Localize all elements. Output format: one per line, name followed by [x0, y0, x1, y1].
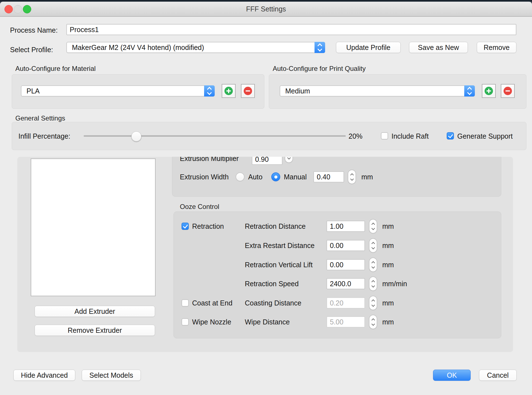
ooze-row: Retraction Speed mm/min — [174, 278, 501, 289]
wipe-distance-input[interactable] — [327, 316, 365, 327]
retraction-checkbox[interactable] — [182, 223, 189, 230]
generate-support-label: Generate Support — [457, 132, 513, 140]
unit-label: mm — [382, 316, 394, 327]
extrusion-width-manual-radio[interactable] — [271, 172, 280, 181]
generate-support-checkbox[interactable] — [447, 132, 454, 139]
ooze-row: Retraction Retraction Distance mm — [174, 221, 501, 232]
general-section-label: General Settings — [15, 114, 65, 122]
retraction-speed-input[interactable] — [327, 278, 365, 289]
add-extruder-button[interactable]: Add Extruder — [35, 306, 155, 317]
unit-label: mm — [382, 221, 394, 232]
include-raft-label: Include Raft — [391, 132, 429, 140]
material-add-button[interactable] — [222, 84, 236, 98]
include-raft-checkbox[interactable] — [381, 132, 388, 139]
select-profile-label: Select Profile: — [10, 44, 53, 55]
infill-value: 20% — [349, 132, 362, 140]
coast-at-end-checkbox[interactable] — [182, 299, 189, 307]
retraction-label: Retraction — [192, 221, 224, 232]
unit-label: mm — [382, 240, 394, 251]
combobox-arrows-icon — [315, 42, 325, 53]
update-profile-button[interactable]: Update Profile — [336, 42, 401, 53]
quality-combobox[interactable]: Medium — [280, 85, 475, 97]
param-label: Retraction Distance — [245, 221, 306, 232]
ooze-row: Wipe Nozzle Wipe Distance mm — [174, 316, 501, 327]
extrusion-multiplier-stepper[interactable] — [285, 157, 293, 163]
settings-scroll-area[interactable]: Add Extruder Remove Extruder Extrusion M… — [17, 157, 513, 352]
unit-label: mm — [382, 297, 394, 309]
cancel-button[interactable]: Cancel — [479, 370, 517, 381]
fff-settings-window: FFF Settings Process Name: Select Profil… — [0, 0, 532, 395]
extrusion-group: Extrusion Multiplier Extrusion Width Aut… — [172, 157, 501, 197]
param-label: Retraction Speed — [245, 278, 299, 289]
select-models-button[interactable]: Select Models — [82, 370, 141, 381]
material-value: PLA — [26, 86, 40, 96]
save-as-new-button[interactable]: Save as New — [409, 42, 468, 53]
extruder-list[interactable] — [31, 158, 156, 296]
stepper[interactable] — [369, 315, 377, 329]
ok-button[interactable]: OK — [433, 370, 471, 381]
extrusion-width-stepper[interactable] — [348, 170, 356, 184]
remove-extruder-button[interactable]: Remove Extruder — [35, 325, 155, 336]
minus-icon — [244, 87, 252, 95]
extrusion-multiplier-label: Extrusion Multiplier — [180, 157, 239, 164]
extra-restart-distance-input[interactable] — [327, 240, 365, 251]
stepper[interactable] — [369, 257, 377, 272]
unit-label: mm/min — [382, 278, 407, 289]
ooze-row: Extra Restart Distance mm — [174, 240, 501, 251]
unit-label: mm — [382, 259, 394, 270]
material-remove-button[interactable] — [241, 84, 255, 98]
wipe-nozzle-label: Wipe Nozzle — [192, 316, 231, 327]
ooze-row: Retraction Vertical Lift mm — [174, 259, 501, 270]
extrusion-width-auto-radio[interactable] — [236, 172, 245, 181]
infill-label: Infill Percentage: — [18, 132, 70, 140]
retraction-distance-input[interactable] — [327, 221, 365, 232]
minus-icon — [504, 87, 512, 95]
title-bar[interactable]: FFF Settings — [0, 2, 532, 17]
process-name-input[interactable] — [66, 24, 516, 35]
extrusion-width-unit: mm — [361, 171, 373, 182]
profile-value: MakerGear M2 (24V V4 hotend) (modified) — [72, 42, 204, 52]
coasting-distance-input[interactable] — [327, 297, 365, 309]
extrusion-multiplier-input[interactable] — [252, 157, 282, 165]
quality-remove-button[interactable] — [501, 84, 515, 98]
plus-icon — [485, 87, 493, 95]
param-label: Coasting Distance — [245, 297, 301, 309]
extrusion-width-input[interactable] — [313, 171, 344, 182]
material-section-label: Auto-Configure for Material — [15, 65, 96, 73]
material-combobox[interactable]: PLA — [21, 85, 215, 97]
plus-icon — [224, 87, 233, 95]
process-name-label: Process Name: — [10, 25, 58, 36]
quality-value: Medium — [285, 86, 310, 96]
profile-combobox[interactable]: MakerGear M2 (24V V4 hotend) (modified) — [66, 42, 325, 53]
stepper[interactable] — [369, 219, 377, 233]
param-label: Wipe Distance — [245, 316, 290, 327]
extrusion-width-auto-label: Auto — [248, 171, 262, 182]
quality-add-button[interactable] — [482, 84, 496, 98]
hide-advanced-button[interactable]: Hide Advanced — [13, 370, 75, 381]
window-title: FFF Settings — [0, 2, 532, 16]
param-label: Extra Restart Distance — [245, 240, 315, 251]
remove-profile-button[interactable]: Remove — [477, 42, 516, 53]
retraction-vertical-lift-input[interactable] — [327, 259, 365, 270]
ooze-section-label: Ooze Control — [180, 203, 219, 211]
param-label: Retraction Vertical Lift — [245, 259, 313, 270]
ooze-row: Coast at End Coasting Distance mm — [174, 297, 501, 309]
coast-at-end-label: Coast at End — [192, 297, 233, 309]
combobox-arrows-icon — [204, 85, 215, 97]
combobox-arrows-icon — [464, 85, 475, 97]
extrusion-width-label: Extrusion Width — [180, 171, 229, 182]
stepper[interactable] — [369, 238, 377, 253]
stepper[interactable] — [369, 276, 377, 291]
quality-section-label: Auto-Configure for Print Quality — [273, 65, 366, 73]
stepper[interactable] — [369, 296, 377, 310]
ooze-group: Retraction Retraction Distance mm Extra … — [173, 211, 501, 338]
dialog-content: Process Name: Select Profile: MakerGear … — [0, 17, 532, 395]
infill-slider-thumb[interactable] — [131, 131, 141, 141]
infill-slider-track[interactable] — [84, 135, 346, 137]
extrusion-width-manual-label: Manual — [284, 171, 307, 182]
wipe-nozzle-checkbox[interactable] — [182, 318, 189, 326]
